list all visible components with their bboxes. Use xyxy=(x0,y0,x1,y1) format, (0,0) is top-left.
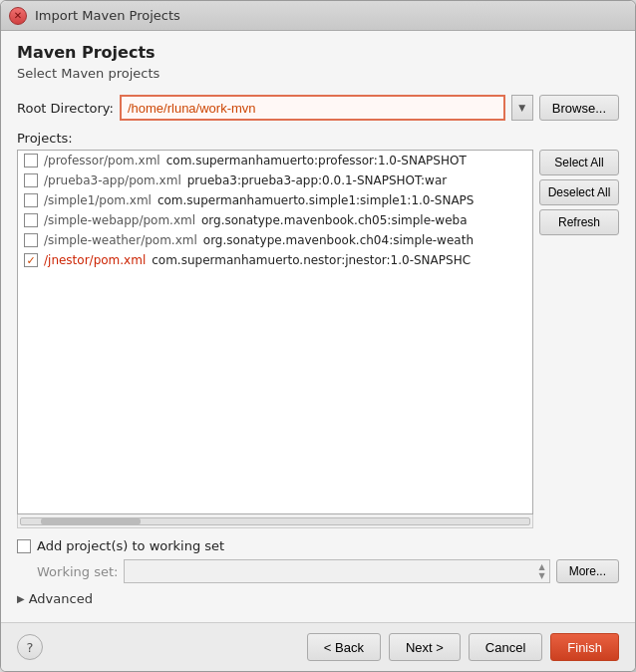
project-path-3: /simple-webapp/pom.xml xyxy=(44,213,195,227)
working-set-label: Working set: xyxy=(37,564,118,579)
main-content: Maven Projects Select Maven projects Roo… xyxy=(1,31,635,622)
import-maven-dialog: ✕ Import Maven Projects Maven Projects S… xyxy=(0,0,636,672)
project-detail-2: com.supermanhamuerto.simple1:simple1:1.0… xyxy=(158,193,475,207)
horizontal-scrollbar[interactable] xyxy=(17,514,533,528)
project-detail-3: org.sonatype.mavenbook.ch05:simple-weba xyxy=(201,213,468,227)
window-title: Import Maven Projects xyxy=(35,8,180,23)
project-path-1: /prueba3-app/pom.xml xyxy=(44,173,181,187)
bottom-bar: ? < Back Next > Cancel Finish xyxy=(1,622,635,671)
project-checkbox-4[interactable] xyxy=(24,233,38,247)
project-checkbox-0[interactable] xyxy=(24,154,38,168)
next-button[interactable]: Next > xyxy=(389,633,461,661)
directory-dropdown-button[interactable]: ▼ xyxy=(511,95,533,121)
page-title: Maven Projects xyxy=(17,43,619,62)
refresh-button[interactable]: Refresh xyxy=(539,209,619,235)
working-set-input-wrap: ▲ ▼ xyxy=(124,559,549,583)
table-row[interactable]: /jnestor/pom.xml com.supermanhamuerto.ne… xyxy=(18,250,532,270)
project-detail-5: com.supermanhamuerto.nestor:jnestor:1.0-… xyxy=(152,253,471,267)
project-checkbox-2[interactable] xyxy=(24,193,38,207)
spinner-down-icon[interactable]: ▼ xyxy=(539,571,545,580)
project-checkbox-1[interactable] xyxy=(24,173,38,187)
advanced-label: Advanced xyxy=(29,591,93,606)
select-all-button[interactable]: Select All xyxy=(539,150,619,175)
close-button[interactable]: ✕ xyxy=(9,7,27,25)
project-checkbox-3[interactable] xyxy=(24,213,38,227)
projects-side-buttons: Select All Deselect All Refresh xyxy=(539,150,619,528)
root-directory-input[interactable] xyxy=(120,95,505,121)
table-row[interactable]: /simple-weather/pom.xml org.sonatype.mav… xyxy=(18,230,532,250)
project-path-2: /simple1/pom.xml xyxy=(44,193,152,207)
advanced-expand-icon: ▶ xyxy=(17,593,25,604)
project-path-4: /simple-weather/pom.xml xyxy=(44,233,197,247)
project-detail-4: org.sonatype.mavenbook.ch04:simple-weath xyxy=(203,233,474,247)
projects-label: Projects: xyxy=(17,131,619,146)
project-checkbox-5[interactable] xyxy=(24,253,38,267)
project-detail-1: prueba3:prueba3-app:0.0.1-SNAPSHOT:war xyxy=(187,173,447,187)
finish-button[interactable]: Finish xyxy=(550,633,619,661)
project-detail-0: com.supermanhamuerto:professor:1.0-SNAPS… xyxy=(166,154,467,168)
scrollbar-track xyxy=(20,517,530,525)
working-set-section: Add project(s) to working set Working se… xyxy=(17,538,619,591)
table-row[interactable]: /prueba3-app/pom.xml prueba3:prueba3-app… xyxy=(18,170,532,190)
help-button[interactable]: ? xyxy=(17,634,43,660)
projects-area: /professor/pom.xml com.supermanhamuerto:… xyxy=(17,150,619,528)
advanced-section[interactable]: ▶ Advanced xyxy=(17,591,619,606)
deselect-all-button[interactable]: Deselect All xyxy=(539,179,619,205)
project-path-5: /jnestor/pom.xml xyxy=(44,253,146,267)
root-directory-row: Root Directory: ▼ Browse... xyxy=(17,95,619,121)
table-row[interactable]: /simple1/pom.xml com.supermanhamuerto.si… xyxy=(18,190,532,210)
working-set-checkbox-label: Add project(s) to working set xyxy=(37,538,224,553)
back-button[interactable]: < Back xyxy=(307,633,381,661)
title-bar: ✕ Import Maven Projects xyxy=(1,1,635,31)
working-set-checkbox-row: Add project(s) to working set xyxy=(17,538,619,553)
working-set-input[interactable] xyxy=(129,564,538,578)
projects-list: /professor/pom.xml com.supermanhamuerto:… xyxy=(17,150,533,514)
table-row[interactable]: /professor/pom.xml com.supermanhamuerto:… xyxy=(18,151,532,170)
more-button[interactable]: More... xyxy=(556,559,619,583)
working-set-spinner[interactable]: ▲ ▼ xyxy=(539,562,545,580)
page-subtitle: Select Maven projects xyxy=(17,66,619,81)
browse-button[interactable]: Browse... xyxy=(539,95,619,121)
project-path-0: /professor/pom.xml xyxy=(44,154,160,168)
working-set-checkbox[interactable] xyxy=(17,539,31,553)
scrollbar-thumb xyxy=(41,518,141,524)
spinner-up-icon[interactable]: ▲ xyxy=(539,562,545,571)
root-directory-label: Root Directory: xyxy=(17,101,114,116)
cancel-button[interactable]: Cancel xyxy=(469,633,542,661)
table-row[interactable]: /simple-webapp/pom.xml org.sonatype.mave… xyxy=(18,210,532,230)
working-set-input-row: Working set: ▲ ▼ More... xyxy=(37,559,619,583)
